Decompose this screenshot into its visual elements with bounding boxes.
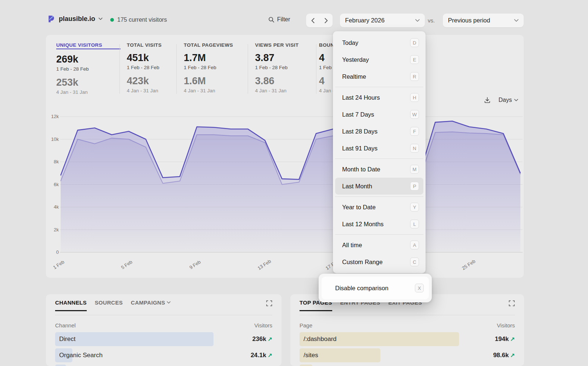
table-row[interactable]: Direct236k↗ — [55, 332, 272, 346]
date-range-value: February 2026 — [345, 17, 384, 24]
menu-item-label: Yesterday — [342, 56, 369, 63]
current-visitors[interactable]: 175 current visitors — [110, 17, 167, 23]
y-axis-tick: 2k — [46, 227, 59, 232]
menu-item-last-month[interactable]: Last MonthP — [335, 178, 423, 195]
row-label[interactable]: /:dashboard — [304, 335, 337, 343]
y-axis-tick: 8k — [46, 159, 59, 164]
trend-up-icon: ↗ — [268, 352, 272, 358]
menu-item-yesterday[interactable]: YesterdayE — [335, 51, 423, 68]
stat-label: TOTAL PAGEVIEWS — [184, 42, 255, 48]
live-dot-icon — [110, 18, 114, 22]
expand-icon[interactable] — [509, 300, 515, 306]
tab-campaigns[interactable]: CAMPAIGNS — [131, 299, 171, 310]
menu-item-disable-comparison[interactable]: Disable comparison X — [322, 277, 429, 299]
menu-item-last-7-days[interactable]: Last 7 DaysW — [335, 106, 423, 123]
expand-icon[interactable] — [266, 300, 272, 306]
row-label[interactable]: Organic Search — [59, 352, 103, 359]
stat-label: TOTAL VISITS — [127, 42, 182, 48]
stat-value: 4 — [319, 52, 333, 64]
tab-label: CAMPAIGNS — [131, 299, 165, 306]
menu-item-realtime[interactable]: RealtimeR — [335, 68, 423, 85]
tab-channels[interactable]: CHANNELS — [55, 299, 87, 311]
comparison-select[interactable]: Previous period — [443, 14, 524, 27]
prev-period-arrow-icon[interactable] — [306, 14, 319, 27]
stat-prev-range: 4 Jan - 31 Jan — [319, 88, 333, 93]
comparison-value: Previous period — [448, 17, 490, 24]
stat-prev-value: 1.6M — [184, 75, 255, 87]
stat-prev-range: 4 Jan - 31 Jan — [184, 88, 255, 93]
menu-item-year-to-date[interactable]: Year to DateY — [335, 199, 423, 216]
period-nav — [306, 14, 333, 27]
shortcut-key-badge: N — [410, 144, 419, 153]
menu-item-last-91-days[interactable]: Last 91 DaysN — [335, 140, 423, 157]
site-switcher[interactable]: plausible.io — [47, 15, 103, 23]
filter-button[interactable]: Filter — [268, 16, 290, 23]
menu-item-label: Year to Date — [342, 204, 376, 211]
divider — [335, 87, 423, 87]
shortcut-key-badge: L — [410, 220, 419, 228]
shortcut-key-badge: E — [410, 55, 419, 64]
menu-item-label: Disable comparison — [335, 285, 388, 292]
table-row[interactable]: /sites98.6k↗ — [300, 348, 515, 362]
shortcut-key-badge: W — [410, 110, 419, 119]
stat-total-pageviews[interactable]: TOTAL PAGEVIEWS1.7M1 Feb - 28 Feb1.6M4 J… — [184, 42, 255, 93]
menu-item-label: Last 12 Months — [342, 221, 384, 228]
stat-label: VIEWS PER VISIT — [255, 42, 316, 48]
row-value: 24.1k↗ — [251, 352, 272, 359]
menu-item-all-time[interactable]: All timeA — [335, 237, 423, 253]
row-label[interactable]: Direct — [59, 335, 75, 343]
menu-item-today[interactable]: TodayD — [335, 34, 423, 51]
column-headers: Page Visitors — [300, 322, 515, 328]
y-axis-tick: 12k — [46, 114, 59, 119]
filter-label: Filter — [277, 16, 290, 23]
table-row[interactable]: /:dashboard194k↗ — [300, 332, 515, 346]
menu-item-last-12-months[interactable]: Last 12 MonthsL — [335, 216, 423, 232]
stat-value: 3.87 — [255, 52, 316, 64]
trend-up-icon: ↗ — [510, 336, 515, 342]
comparison-menu: Disable comparison X — [319, 274, 432, 302]
trend-up-icon: ↗ — [268, 336, 272, 342]
current-visitors-label: 175 current visitors — [117, 17, 167, 23]
stat-value: 269k — [56, 54, 121, 65]
next-period-arrow-icon[interactable] — [320, 14, 332, 27]
menu-item-label: Realtime — [342, 73, 366, 80]
shortcut-key-badge: Y — [410, 203, 419, 212]
top-bar: plausible.io 175 current visitors Filter… — [0, 0, 588, 35]
plausible-logo-icon — [47, 15, 55, 23]
table-row-partial — [55, 365, 272, 366]
stat-total-visits[interactable]: TOTAL VISITS451k1 Feb - 28 Feb423k4 Jan … — [127, 42, 182, 93]
row-value: 194k↗ — [495, 335, 515, 343]
stat-range: 1 Feb - 28 Feb — [255, 65, 316, 70]
menu-item-month-to-date[interactable]: Month to DateM — [335, 161, 423, 178]
menu-item-label: Last 91 Days — [342, 145, 377, 152]
date-range-menu: TodayDYesterdayERealtimeRLast 24 HoursHL… — [333, 31, 426, 273]
menu-item-label: Today — [342, 39, 358, 46]
date-range-select[interactable]: February 2026 — [340, 14, 425, 27]
menu-item-last-28-days[interactable]: Last 28 DaysF — [335, 123, 423, 140]
menu-item-label: Custom Range — [342, 259, 383, 266]
menu-item-label: Last Month — [342, 183, 372, 190]
menu-item-label: Last 28 Days — [342, 128, 377, 135]
tab-sources[interactable]: SOURCES — [95, 299, 123, 310]
shortcut-key-badge: X — [415, 284, 424, 292]
vs-label: vs. — [428, 17, 435, 24]
interval-select[interactable]: Days — [499, 97, 518, 103]
row-label[interactable]: /sites — [304, 352, 318, 359]
shortcut-key-badge: H — [410, 93, 419, 102]
stat-prev-value: 3.86 — [255, 75, 316, 87]
column-header-left: Channel — [55, 322, 76, 328]
visitors-chart[interactable]: 02k4k6k8k10k12k1 Feb5 Feb9 Feb13 Feb17 F… — [46, 110, 524, 278]
menu-item-custom-range[interactable]: Custom RangeC — [335, 253, 423, 270]
shortcut-key-badge: P — [410, 182, 419, 191]
column-header-right: Visitors — [497, 322, 515, 328]
pages-rows: /:dashboard194k↗/sites98.6k↗ — [300, 332, 515, 366]
stat-unique-visitors[interactable]: UNIQUE VISITORS269k1 Feb - 28 Feb253k4 J… — [56, 42, 121, 95]
table-row-partial — [300, 365, 515, 366]
y-axis-tick: 0 — [46, 249, 59, 255]
divider — [248, 44, 248, 94]
row-value: 236k↗ — [252, 335, 272, 343]
stat-views-per-visit[interactable]: VIEWS PER VISIT3.871 Feb - 28 Feb3.864 J… — [255, 42, 316, 93]
table-row[interactable]: Organic Search24.1k↗ — [55, 348, 272, 362]
menu-item-last-24-hours[interactable]: Last 24 HoursH — [335, 89, 423, 106]
download-icon[interactable] — [484, 97, 491, 103]
